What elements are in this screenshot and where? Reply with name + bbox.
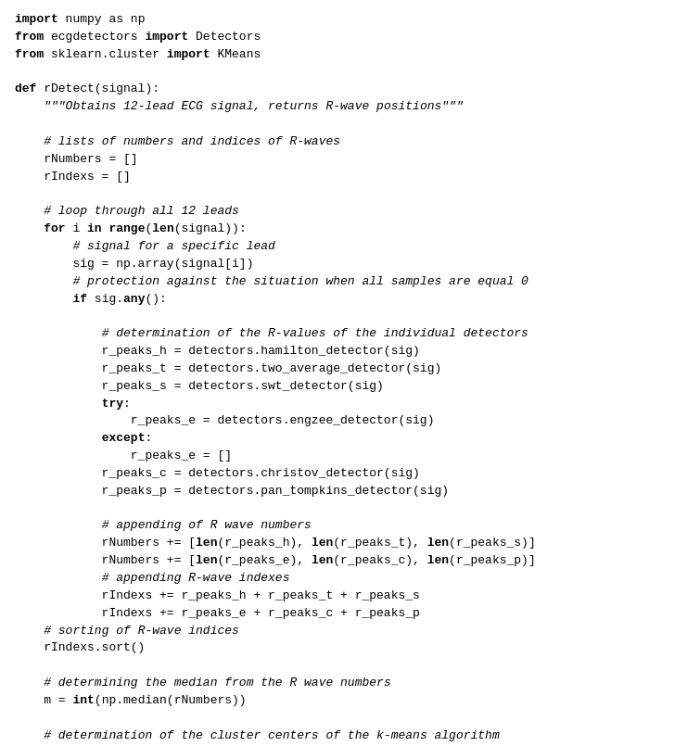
code-token (15, 292, 72, 306)
code-line: r_peaks_e = detectors.engzee_detector(si… (15, 412, 685, 430)
code-token (15, 99, 44, 113)
code-token: len (152, 221, 173, 235)
code-token: if (72, 292, 87, 306)
code-token (15, 239, 72, 253)
code-token: : (145, 431, 152, 445)
code-line: # determination of the cluster centers o… (15, 727, 685, 745)
code-token: except (102, 431, 146, 445)
code-token: KMeans (210, 47, 261, 61)
code-token: in (87, 221, 102, 235)
code-token: import (167, 47, 210, 61)
code-line: if sig.any(): (15, 291, 685, 309)
code-token: import (145, 30, 188, 44)
code-line: # appending of R wave numbers (15, 517, 685, 535)
code-line: from ecgdetectors import Detectors (15, 29, 685, 46)
code-line (15, 308, 685, 325)
code-token: rNumbers += [ (15, 553, 196, 567)
code-line: # signal for a specific lead (15, 238, 685, 256)
code-token: r_peaks_p = detectors.pan_tompkins_detec… (15, 484, 449, 498)
code-token: rDetect(signal): (36, 82, 159, 95)
code-line: from sklearn.cluster import KMeans (15, 46, 685, 64)
code-line: except: (15, 430, 685, 448)
code-token: # signal for a specific lead (72, 239, 274, 253)
code-token: (np.median(rNumbers)) (95, 693, 247, 707)
code-line: rIndexs += r_peaks_h + r_peaks_t + r_pea… (15, 588, 685, 605)
code-token: int (72, 693, 94, 707)
code-token (15, 518, 102, 532)
code-token: len (427, 553, 449, 567)
code-token: # determination of the cluster centers o… (44, 728, 499, 742)
code-line: rNumbers = [] (15, 151, 685, 169)
code-token (15, 134, 44, 148)
code-token (15, 676, 44, 689)
code-token: (): (145, 292, 166, 306)
code-token: # protection against the situation when … (72, 274, 528, 288)
code-token: len (312, 536, 333, 550)
code-token: ecgdetectors (44, 30, 145, 44)
code-line: # appending R-wave indexes (15, 570, 685, 588)
code-token: """Obtains 12-lead ECG signal, returns R… (44, 99, 463, 113)
code-token: import (15, 12, 58, 26)
code-line: # determining the median from the R wave… (15, 675, 685, 692)
code-content: import numpy as npfrom ecgdetectors impo… (15, 11, 685, 746)
code-line: try: (15, 396, 685, 413)
code-token: rIndexs.sort() (15, 640, 145, 654)
code-token: try (102, 397, 123, 411)
code-line: # sorting of R-wave indices (15, 623, 685, 640)
code-token: # appending R-wave indexes (102, 571, 290, 585)
code-token: (r_peaks_e), (217, 553, 311, 567)
code-token (15, 326, 102, 340)
code-token: (r_peaks_h), (217, 536, 311, 550)
code-line: for i in range(len(signal)): (15, 221, 685, 238)
code-token: m = (15, 693, 72, 707)
code-line (15, 500, 685, 518)
code-line: """Obtains 12-lead ECG signal, returns R… (15, 98, 685, 116)
code-token: len (312, 553, 333, 567)
code-line: # loop through all 12 leads (15, 203, 685, 221)
code-token (15, 274, 72, 288)
code-token: (r_peaks_c), (333, 553, 426, 567)
code-line: rNumbers += [len(r_peaks_h), len(r_peaks… (15, 535, 685, 552)
code-token: # sorting of R-wave indices (44, 624, 239, 638)
code-token (15, 221, 44, 235)
code-token: len (196, 536, 217, 550)
code-line: r_peaks_s = detectors.swt_detector(sig) (15, 378, 685, 396)
code-line: r_peaks_c = detectors.christov_detector(… (15, 465, 685, 483)
code-token: rNumbers += [ (15, 536, 196, 550)
code-token: any (123, 292, 145, 306)
code-line: def rDetect(signal): (15, 81, 685, 98)
code-token: r_peaks_t = detectors.two_average_detect… (15, 361, 441, 375)
code-line (15, 185, 685, 203)
code-token: r_peaks_e = [] (15, 449, 232, 462)
code-line: # determination of the R-values of the i… (15, 325, 685, 343)
code-line: import numpy as np (15, 11, 685, 29)
code-token: (r_peaks_t), (333, 536, 426, 550)
code-line (15, 710, 685, 727)
code-token: r_peaks_e = detectors.engzee_detector(si… (15, 413, 434, 427)
code-token: for (44, 221, 65, 235)
code-line: rNumbers += [len(r_peaks_e), len(r_peaks… (15, 552, 685, 570)
code-line (15, 116, 685, 133)
code-token (15, 397, 102, 411)
code-token: # appending of R wave numbers (102, 518, 312, 532)
code-token: def (15, 82, 36, 95)
code-token: rIndexs = [] (15, 170, 131, 183)
code-line: sig = np.array(signal[i]) (15, 256, 685, 273)
code-editor: import numpy as npfrom ecgdetectors impo… (0, 0, 700, 746)
code-line: # protection against the situation when … (15, 273, 685, 291)
code-token: sig. (87, 292, 123, 306)
code-line: r_peaks_t = detectors.two_average_detect… (15, 360, 685, 378)
code-line: rIndexs += r_peaks_e + r_peaks_c + r_pea… (15, 605, 685, 623)
code-token (15, 431, 102, 445)
code-token: rIndexs += r_peaks_e + r_peaks_c + r_pea… (15, 606, 420, 620)
code-token: (r_peaks_s)] (449, 536, 536, 550)
code-token: len (427, 536, 449, 550)
code-line: # lists of numbers and indices of R-wave… (15, 133, 685, 151)
code-token: numpy as np (58, 12, 146, 26)
code-token: len (196, 553, 217, 567)
code-token: : (123, 397, 131, 411)
code-token: # determination of the R-values of the i… (102, 326, 528, 340)
code-line (15, 64, 685, 82)
code-token: (signal)): (174, 221, 247, 235)
code-token: rNumbers = [] (15, 152, 138, 166)
